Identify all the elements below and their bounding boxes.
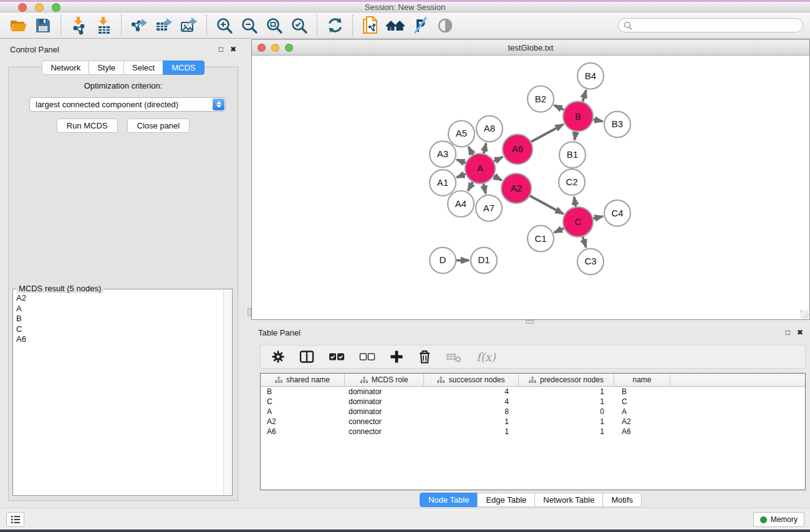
graph-edge-B-B2[interactable] — [554, 105, 564, 110]
table-cell[interactable]: 1 — [519, 387, 614, 396]
search-input[interactable] — [635, 21, 798, 31]
table-cell[interactable]: 1 — [519, 397, 614, 406]
resize-grip[interactable] — [800, 310, 809, 319]
graph-node-A4[interactable]: A4 — [448, 191, 474, 217]
graph-node-B2[interactable]: B2 — [528, 86, 554, 112]
table-cell[interactable]: 8 — [424, 407, 519, 416]
graph-node-A[interactable]: A — [465, 153, 495, 183]
zoom-out-button[interactable] — [237, 14, 262, 37]
tab-edge-table[interactable]: Edge Table — [477, 493, 535, 507]
graph-node-A8[interactable]: A8 — [476, 116, 503, 142]
float-panel-icon[interactable]: □ — [219, 46, 223, 53]
graph-edge-A2-C[interactable] — [530, 196, 563, 214]
export-image-button[interactable] — [176, 14, 201, 37]
table-cell[interactable]: 1 — [424, 427, 519, 436]
table-cell[interactable]: dominator — [345, 397, 424, 406]
table-settings-button[interactable] — [271, 350, 285, 364]
tab-select[interactable]: Select — [123, 60, 163, 75]
graph-node-B4[interactable]: B4 — [577, 63, 604, 89]
run-mcds-button[interactable]: Run MCDS — [57, 118, 118, 133]
tab-mcds[interactable]: MCDS — [163, 60, 204, 75]
network-canvas[interactable]: B4B2BB3A8A5A6A3B1AC2A1A2A4A7C4CC1C3DD1 — [252, 56, 809, 319]
graph-edge-C-C2[interactable] — [574, 197, 576, 207]
horizontal-splitter-handle[interactable] — [526, 320, 534, 324]
close-panel-button[interactable]: Close panel — [127, 118, 190, 133]
float-panel-icon[interactable]: □ — [786, 329, 790, 336]
tab-style[interactable]: Style — [89, 60, 124, 75]
delete-column-button[interactable] — [418, 349, 432, 364]
graph-edge-A-A4[interactable] — [468, 182, 473, 191]
table-row[interactable]: Adominator80A — [261, 407, 805, 417]
table-cell[interactable]: 1 — [519, 417, 614, 426]
tab-node-table[interactable]: Node Table — [420, 493, 478, 507]
graph-edge-C-C3[interactable] — [583, 237, 586, 248]
table-cell[interactable]: connector — [345, 417, 424, 426]
graph-node-D1[interactable]: D1 — [471, 248, 497, 274]
graph-node-D[interactable]: D — [430, 248, 456, 274]
tab-network-table[interactable]: Network Table — [534, 493, 603, 507]
tab-network[interactable]: Network — [42, 60, 89, 75]
graph-node-A1[interactable]: A1 — [430, 170, 456, 196]
graph-edge-A-A1[interactable] — [456, 174, 465, 177]
graph-edge-A-A6[interactable] — [494, 157, 503, 162]
toggle-column-view-button[interactable] — [299, 350, 314, 364]
graph-node-C4[interactable]: C4 — [604, 200, 630, 226]
column-header-name[interactable]: name — [614, 374, 670, 386]
graph-edge-A6-B[interactable] — [531, 124, 563, 142]
create-column-button[interactable] — [390, 350, 403, 364]
table-cell[interactable]: 4 — [424, 387, 519, 396]
graph-node-A6[interactable]: A6 — [503, 134, 533, 164]
zoom-fit-button[interactable] — [262, 14, 287, 37]
save-session-button[interactable] — [31, 14, 55, 37]
show-graphics-details-button[interactable] — [433, 14, 458, 37]
table-cell[interactable]: 1 — [519, 427, 614, 436]
table-cell[interactable]: C — [614, 397, 670, 406]
mcds-result-item[interactable]: A6 — [16, 334, 221, 345]
table-cell[interactable]: dominator — [345, 407, 424, 416]
table-cell[interactable]: A2 — [261, 417, 345, 426]
table-cell[interactable]: B — [261, 387, 345, 396]
open-session-button[interactable] — [6, 14, 31, 37]
table-cell[interactable]: 1 — [424, 417, 519, 426]
deselect-all-columns-button[interactable] — [359, 352, 375, 362]
import-network-button[interactable] — [66, 14, 91, 37]
mcds-result-item[interactable]: C — [16, 324, 221, 335]
table-row[interactable]: A6connector11A6 — [261, 427, 805, 437]
tab-motifs[interactable]: Motifs — [602, 493, 642, 507]
table-cell[interactable]: A2 — [614, 417, 670, 426]
graph-node-C1[interactable]: C1 — [528, 226, 554, 252]
import-table-button[interactable] — [91, 14, 116, 37]
zoom-in-button[interactable] — [212, 14, 237, 37]
memory-button[interactable]: Memory — [753, 512, 804, 527]
graph-node-A2[interactable]: A2 — [501, 173, 531, 203]
column-header-shared-name[interactable]: shared name — [261, 374, 345, 386]
graph-node-A5[interactable]: A5 — [448, 121, 475, 147]
table-cell[interactable]: dominator — [345, 387, 424, 396]
hide-annotations-button[interactable] — [408, 14, 433, 37]
table-row[interactable]: A2connector11A2 — [261, 417, 805, 427]
select-all-columns-button[interactable] — [329, 352, 345, 362]
mcds-result-item[interactable]: A — [16, 304, 221, 314]
table-cell[interactable]: B — [614, 387, 670, 396]
table-cell[interactable]: A6 — [261, 427, 345, 436]
graph-node-C3[interactable]: C3 — [577, 249, 604, 275]
graph-node-B1[interactable]: B1 — [559, 142, 586, 168]
table-cell[interactable]: A — [614, 407, 670, 416]
graph-edge-A-A7[interactable] — [483, 183, 486, 193]
graph-edge-B-B1[interactable] — [574, 132, 576, 140]
graph-edge-B-B3[interactable] — [594, 120, 603, 122]
mcds-result-item[interactable]: A2 — [16, 293, 221, 304]
export-table-button[interactable] — [152, 14, 176, 37]
result-scrollbar[interactable] — [223, 290, 231, 495]
graph-node-A7[interactable]: A7 — [476, 195, 502, 221]
table-cell[interactable]: A6 — [614, 427, 670, 436]
delete-table-button[interactable] — [446, 351, 462, 363]
graph-edge-A-A3[interactable] — [456, 160, 465, 163]
export-network-button[interactable] — [127, 14, 152, 37]
table-cell[interactable]: C — [261, 397, 345, 406]
criterion-select[interactable]: largest connected component (directed) — [29, 97, 226, 112]
graph-edge-B-B4[interactable] — [582, 90, 586, 102]
graph-edge-C-C1[interactable] — [554, 228, 564, 233]
close-panel-icon[interactable]: ✖ — [797, 329, 803, 336]
table-row[interactable]: Bdominator41B — [261, 387, 805, 397]
